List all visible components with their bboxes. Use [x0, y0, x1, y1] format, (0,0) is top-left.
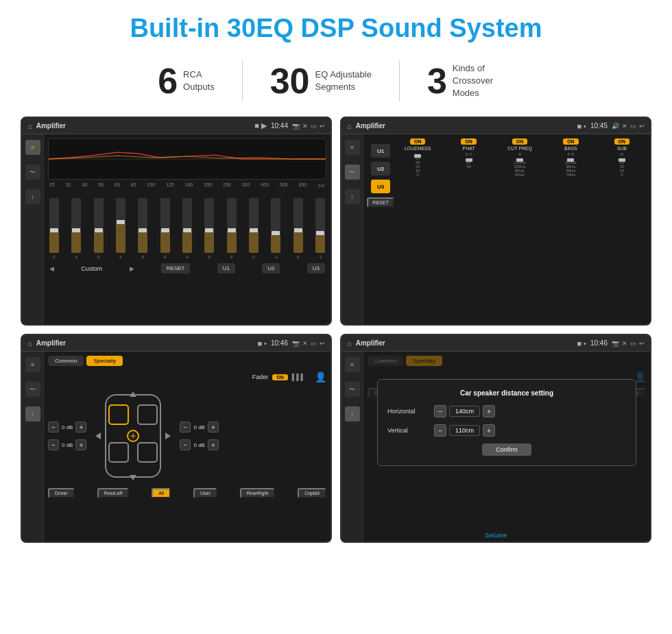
- dot-icon-3: ■ •: [257, 339, 267, 348]
- db-minus-2[interactable]: −: [48, 439, 59, 450]
- more-bands-icon[interactable]: >>: [317, 182, 325, 189]
- slider-6: 0: [160, 198, 170, 259]
- crossover-side-icons: ≡ 〜 ↕: [341, 134, 363, 326]
- fader-row: Fader ON ▌▌▌ 👤: [48, 371, 326, 382]
- specialty-tabs: Common Specialty: [48, 356, 326, 366]
- rearleft-btn[interactable]: RearLeft: [97, 488, 130, 498]
- horizontal-minus[interactable]: −: [434, 405, 446, 417]
- slider-track-11[interactable]: [271, 198, 280, 253]
- sub-toggle[interactable]: ON: [614, 138, 630, 145]
- rearright-btn[interactable]: RearRight: [240, 488, 276, 498]
- next-icon[interactable]: ▶: [130, 265, 134, 272]
- phat-toggle[interactable]: ON: [461, 138, 477, 145]
- driver-btn[interactable]: Driver: [48, 488, 75, 498]
- home-icon-2[interactable]: ⌂: [347, 122, 352, 130]
- horizontal-plus[interactable]: +: [483, 405, 495, 417]
- u2-btn[interactable]: U2: [371, 162, 390, 175]
- page-wrapper: Built-in 30EQ DSP Sound System 6 RCAOutp…: [0, 0, 672, 634]
- sub-col: ON SUB G 20 15 10 5: [598, 138, 646, 177]
- x-icon: ✕: [302, 123, 308, 130]
- horizontal-value: 140cm: [449, 406, 480, 417]
- db-minus-4[interactable]: −: [180, 439, 191, 450]
- loudness-label: LOUDNESS: [405, 146, 431, 151]
- copilot-btn[interactable]: Copilot: [298, 488, 326, 498]
- home-icon-3[interactable]: ⌂: [27, 339, 32, 348]
- user-btn[interactable]: User: [193, 488, 217, 498]
- crossover-wave-icon[interactable]: 〜: [345, 164, 360, 180]
- slider-track-8[interactable]: [204, 198, 214, 253]
- u2-button[interactable]: U2: [262, 263, 280, 273]
- loudness-toggle[interactable]: ON: [410, 138, 426, 145]
- slider-track-5[interactable]: [138, 198, 147, 253]
- cutfreq-col: ON CUT FREQ G 120Hz 100Hz 80Hz 60Hz: [496, 138, 544, 177]
- dist-wave-icon[interactable]: 〜: [345, 382, 360, 397]
- band-320: 320: [242, 182, 250, 189]
- eq-sliders-icon[interactable]: ≡: [25, 140, 40, 155]
- fader-label: Fader: [252, 374, 269, 380]
- slider-val-6: 0: [164, 255, 166, 259]
- home-icon[interactable]: ⌂: [27, 122, 32, 130]
- bass-label: BASS: [564, 146, 577, 151]
- horizontal-control: − 140cm +: [434, 405, 626, 417]
- slider-track-2[interactable]: [71, 198, 81, 253]
- db-minus-3[interactable]: −: [180, 422, 191, 432]
- band-50: 50: [98, 182, 104, 189]
- stat-eq-text: EQ AdjustableSegments: [315, 69, 371, 93]
- bass-toggle[interactable]: ON: [563, 138, 579, 145]
- slider-track-3[interactable]: [94, 198, 104, 253]
- slider-13: -1: [315, 198, 325, 259]
- eq-wave-icon[interactable]: 〜: [25, 164, 40, 180]
- eq-band-labels: 25 32 40 50 63 80 100 125 160 200 250 32…: [48, 182, 326, 189]
- slider-track-13[interactable]: [315, 198, 325, 253]
- db-plus-2[interactable]: +: [75, 439, 86, 450]
- slider-track-12[interactable]: [293, 198, 303, 253]
- slider-2: 0: [71, 198, 81, 259]
- camera-icon-3: 📷: [292, 340, 300, 347]
- vertical-minus[interactable]: −: [434, 424, 446, 437]
- all-btn[interactable]: All: [152, 488, 171, 498]
- u1-button[interactable]: U1: [217, 263, 235, 273]
- db-plus-3[interactable]: +: [208, 422, 219, 432]
- dist-sliders-icon[interactable]: ≡: [345, 357, 360, 372]
- reset-button[interactable]: RESET: [161, 263, 191, 273]
- slider-track-4[interactable]: [116, 198, 125, 253]
- slider-track-7[interactable]: [182, 198, 192, 253]
- slider-track-9[interactable]: [227, 198, 237, 253]
- spec-sliders-icon[interactable]: ≡: [25, 357, 40, 372]
- u3-btn[interactable]: U3: [371, 180, 390, 193]
- phat-label: PHAT: [463, 146, 475, 151]
- u1-btn[interactable]: U1: [371, 144, 390, 158]
- cutfreq-toggle[interactable]: ON: [512, 138, 528, 145]
- common-tab[interactable]: Common: [48, 356, 84, 366]
- slider-val-11: -1: [274, 255, 278, 259]
- screen-eq-header: ⌂ Amplifier ■ ▶ 10:44 📷 ✕ ▭ ↩: [22, 118, 331, 134]
- band-400: 400: [261, 182, 269, 189]
- rect-icon-3: ▭: [311, 340, 317, 347]
- db-minus-1[interactable]: −: [48, 422, 59, 432]
- spec-wave-icon[interactable]: 〜: [25, 382, 40, 397]
- dist-arrows-icon[interactable]: ↕: [345, 406, 360, 422]
- user-icon[interactable]: 👤: [315, 371, 326, 382]
- db-plus-1[interactable]: +: [75, 422, 86, 432]
- slider-track-1[interactable]: [49, 198, 59, 253]
- slider-track-10[interactable]: [249, 198, 259, 253]
- vertical-plus[interactable]: +: [483, 424, 495, 437]
- db-val-2: 0 dB: [62, 442, 73, 448]
- crossover-sliders-icon[interactable]: ≡: [345, 140, 360, 155]
- crossover-header-icons: 🔊 ✕ ▭ ↩: [612, 123, 645, 130]
- eq-arrows-icon[interactable]: ↕: [25, 189, 40, 204]
- crossover-arrows-icon[interactable]: ↕: [345, 189, 360, 204]
- confirm-button[interactable]: Confirm: [482, 443, 531, 456]
- spec-arrows-icon[interactable]: ↕: [25, 406, 40, 422]
- fader-toggle[interactable]: ON: [272, 374, 288, 380]
- db-plus-4[interactable]: +: [208, 439, 219, 450]
- u3-button[interactable]: U3: [307, 263, 325, 273]
- prev-icon[interactable]: ◀: [49, 265, 54, 272]
- crossover-reset-btn[interactable]: RESET: [367, 197, 394, 208]
- slider-track-6[interactable]: [160, 198, 170, 253]
- home-icon-4[interactable]: ⌂: [347, 339, 352, 348]
- specialty-tab[interactable]: Specialty: [86, 356, 122, 366]
- slider-val-10: 0: [252, 255, 254, 259]
- slider-val-1: 0: [53, 255, 55, 259]
- stat-crossover: 3 Kinds ofCrossover Modes: [400, 62, 542, 100]
